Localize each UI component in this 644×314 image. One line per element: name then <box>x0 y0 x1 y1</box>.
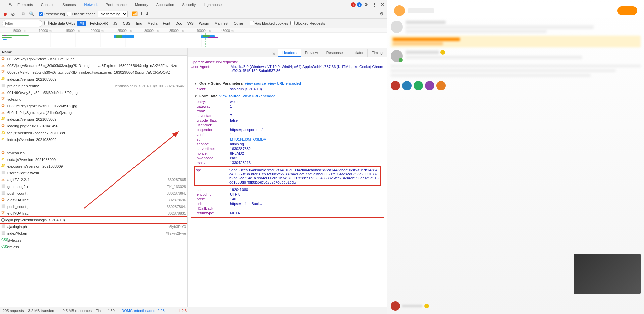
filter-js[interactable]: JS <box>112 21 119 26</box>
requests-count: 205 requests <box>3 309 24 313</box>
list-item[interactable]: CSS style.css <box>0 237 187 244</box>
view-source-link[interactable]: view source <box>245 81 266 85</box>
tab-headers[interactable]: Headers <box>278 49 301 57</box>
upload-icon[interactable]: ⬆ <box>140 11 143 16</box>
headers-panel[interactable]: Upgrade-Insecure-Requests: 1 User-Agent:… <box>188 57 387 307</box>
list-item[interactable]: JS index.js?version=2021083009 <box>0 136 187 143</box>
list-item[interactable]: ⬜ push_count.j 330287864. <box>0 203 187 210</box>
cursor-icon[interactable]: ↖ <box>7 2 13 8</box>
filter-icon[interactable]: ⧉ <box>20 11 26 17</box>
tab-timing[interactable]: Timing <box>368 49 387 57</box>
list-item[interactable]: 🖼 006eq7Msly8fne2otsjulj30yi0yftau.jpg?K… <box>0 69 187 76</box>
filter-manifest[interactable]: Manifest <box>213 21 230 26</box>
tab-console[interactable]: Console <box>37 0 58 9</box>
filter-fetch-xhr[interactable]: Fetch/XHR <box>88 21 110 26</box>
tab-elements[interactable]: Elements <box>13 0 37 9</box>
list-item[interactable]: CSS dm.css <box>0 244 187 250</box>
waterfall-chart <box>0 33 252 47</box>
list-item[interactable]: 🖼 0033lmPzly1gtbzt0pksrj60u012xwh902.jpg <box>0 103 187 109</box>
highlighted-row <box>391 36 641 47</box>
tab-lighthouse[interactable]: Lighthouse <box>200 0 226 9</box>
blurred-text-1 <box>406 25 594 29</box>
login-row-checkbox[interactable] <box>1 218 5 222</box>
filter-css[interactable]: CSS <box>121 21 132 26</box>
list-item[interactable]: JS top.js?version=2ceabba76d81138d <box>0 129 187 136</box>
filter-media[interactable]: Media <box>146 21 159 26</box>
param-servertime: servertime: 1630287882 <box>194 146 381 151</box>
filter-doc[interactable]: Doc <box>174 21 184 26</box>
search-icon[interactable]: 🔍 <box>29 11 35 17</box>
param-pagerefer: pagerefer: https://passport om/ <box>194 127 381 132</box>
panel-close-btn[interactable]: ✕ <box>270 51 277 57</box>
list-item[interactable]: 🖼 6b0e1e9dly8gtbzezyoafj21hc0u0jzx.jpg <box>0 109 187 116</box>
list-item[interactable]: 🖼 e.gif?UATrac 302878831 <box>0 210 187 217</box>
file-icon: CSS <box>1 245 6 249</box>
tab-preview[interactable]: Preview <box>301 49 322 57</box>
form-view-encoded-link[interactable]: view URL-encoded <box>243 94 275 98</box>
tab-initiator[interactable]: Initiator <box>347 49 368 57</box>
login-php-row[interactable]: login.php?client=ssologin.js(v1.4.19) <box>0 217 187 223</box>
list-item[interactable]: 🖼 005Vjeixjw8eqarbs65xgj30k00k03zo.jpg?K… <box>0 62 187 69</box>
view-encoded-link[interactable]: view URL-encoded <box>268 81 301 85</box>
filter-img[interactable]: Img <box>134 21 144 26</box>
filter-input[interactable] <box>2 20 42 27</box>
blocked-cookies-checkbox[interactable]: Has blocked cookies <box>250 21 288 25</box>
tab-response[interactable]: Response <box>322 49 347 57</box>
tab-network[interactable]: Network <box>80 0 102 9</box>
file-list-body[interactable]: 🖼 005Vveixgy1gtxw2cfcktj60so103tej02.jpg… <box>0 56 187 307</box>
settings-icon[interactable]: ⚙ <box>363 1 370 8</box>
status-bar: 205 requests 3.2 MB transferred 9.5 MB r… <box>0 307 387 314</box>
list-item[interactable]: 🖼 loading.png?id=201707041456 <box>0 123 187 129</box>
tab-memory[interactable]: Memory <box>131 0 152 9</box>
right-panel: ✕ Headers Preview Response Initiator Tim… <box>188 48 387 307</box>
tab-security[interactable]: Security <box>178 0 200 9</box>
tab-performance[interactable]: Performance <box>102 0 131 9</box>
record-icon[interactable]: ⏺ <box>2 11 8 17</box>
list-item[interactable]: ⬜ index?token %2F%2Fwe <box>0 230 187 237</box>
thumbnail-bg <box>574 254 641 294</box>
list-item[interactable]: ⬜ gettopsug?u TK_163028 <box>0 183 187 190</box>
download-icon[interactable]: ⬇ <box>145 11 149 16</box>
file-icon: JS <box>1 117 6 122</box>
filter-wasm[interactable]: Wasm <box>197 21 211 26</box>
list-item[interactable]: JS index.js?version=2021083009 <box>0 116 187 123</box>
more-options-icon[interactable]: ⋮ <box>371 1 378 8</box>
throttling-select[interactable]: No throttling <box>98 11 128 17</box>
list-item[interactable]: 🖼 005Vveixgy1gtxw2cfcktj60so103tej02.jpg <box>0 56 187 62</box>
settings-network-icon[interactable]: ⚙ <box>378 11 385 17</box>
list-item[interactable]: JS exposure.js?version=2021083009 <box>0 163 187 170</box>
wifi-icon[interactable]: 📶 <box>132 11 138 16</box>
list-item[interactable]: ⬜ userdevice?ajwvr=6 <box>0 170 187 176</box>
file-icon: 🖼 <box>1 104 6 108</box>
hide-data-urls-checkbox[interactable]: Hide data URLs <box>44 21 75 25</box>
list-item[interactable]: ⬜ push_count.j 330287864. <box>0 190 187 197</box>
filter-font[interactable]: Font <box>161 21 172 26</box>
preserve-log-checkbox[interactable]: Preserve log <box>39 12 65 16</box>
tab-application[interactable]: Application <box>152 0 178 9</box>
close-icon[interactable]: ✕ <box>379 1 386 8</box>
list-item[interactable]: JS suda.js?version=2021083009 <box>0 156 187 163</box>
list-item[interactable]: 🖼 favicon.ico <box>0 150 187 156</box>
list-item[interactable]: 🖼 001N9Ovwly8gtv52tru56j60dc0dcq3f02.jpg <box>0 89 187 96</box>
list-item[interactable] <box>0 143 187 150</box>
list-item[interactable]: 🖼 e.gif?UATrac 302878696 <box>0 197 187 203</box>
form-view-source-link[interactable]: view source <box>219 94 240 98</box>
filter-all-btn[interactable]: All <box>77 21 86 26</box>
list-item[interactable]: 🖼 vote.png <box>0 96 187 103</box>
param-su: su: MTU1NzI0MTQ3MDA= <box>194 137 381 142</box>
list-item[interactable]: ⬜ prelogin.php?entry: ient=ssologin.js(v… <box>0 83 187 89</box>
param-nonce: nonce: 8P3AD2 <box>194 151 381 156</box>
disable-cache-checkbox[interactable]: Disable cache <box>67 12 96 16</box>
file-icon: JS <box>1 77 6 82</box>
list-item[interactable]: JS index.js?version=2021083009 <box>0 76 187 83</box>
list-item[interactable]: ⬜ ajaxlogin.ph nByb3RlY3 <box>0 223 187 230</box>
filter-other[interactable]: Other <box>232 21 245 26</box>
devtools-window: ⠿ ↖ Elements Console Sources Network Per… <box>0 0 644 314</box>
resources-size: 9.5 MB resources <box>63 309 92 313</box>
tab-sources[interactable]: Sources <box>58 0 80 9</box>
stop-icon[interactable]: ⊘ <box>10 11 16 17</box>
filter-ws[interactable]: WS <box>186 21 195 26</box>
header-user-agent: User-Agent: Mozilla/5.0 (Windows NT 10.0… <box>191 64 384 73</box>
list-item[interactable]: 🖼 a.gif?V=2.2.4 630287865 <box>0 176 187 183</box>
blocked-requests-checkbox[interactable]: Blocked Requests <box>290 21 325 25</box>
